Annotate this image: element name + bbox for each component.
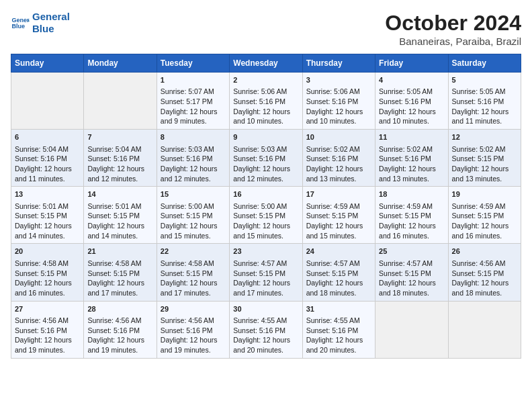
day-info: Sunrise: 4:58 AM (15, 259, 80, 269)
day-info: Sunset: 5:15 PM (306, 269, 371, 279)
header-day-thursday: Thursday (302, 54, 375, 73)
day-number: 6 (15, 132, 80, 142)
day-info: and 18 minutes. (306, 288, 371, 298)
day-number: 19 (452, 189, 517, 199)
day-info: Sunset: 5:15 PM (452, 154, 517, 164)
day-info: Daylight: 12 hours (379, 278, 444, 288)
day-number: 17 (306, 189, 371, 199)
day-info: Sunset: 5:16 PM (306, 97, 371, 107)
day-info: Sunset: 5:16 PM (87, 154, 152, 164)
day-info: Daylight: 12 hours (452, 164, 517, 174)
calendar-cell: 8Sunrise: 5:03 AMSunset: 5:16 PMDaylight… (157, 130, 229, 187)
day-info: and 10 minutes. (233, 116, 298, 126)
day-info: Daylight: 12 hours (233, 278, 298, 288)
day-info: Daylight: 12 hours (452, 278, 517, 288)
day-info: Sunset: 5:16 PM (233, 97, 298, 107)
day-info: Sunset: 5:16 PM (452, 97, 517, 107)
day-info: Sunrise: 5:02 AM (452, 144, 517, 154)
day-info: Sunrise: 4:56 AM (161, 316, 226, 326)
day-number: 23 (233, 246, 298, 257)
calendar-cell: 1Sunrise: 5:07 AMSunset: 5:17 PMDaylight… (157, 73, 229, 130)
header-day-tuesday: Tuesday (157, 54, 229, 73)
day-info: Sunrise: 4:56 AM (87, 316, 152, 326)
calendar-cell: 7Sunrise: 5:04 AMSunset: 5:16 PMDaylight… (84, 130, 157, 187)
logo: General Blue General Blue (11, 11, 70, 35)
calendar-cell: 18Sunrise: 4:59 AMSunset: 5:15 PMDayligh… (375, 187, 448, 244)
day-info: Sunrise: 4:55 AM (306, 316, 371, 326)
day-info: Sunrise: 5:07 AM (161, 87, 226, 97)
day-info: and 17 minutes. (233, 288, 298, 298)
day-info: Sunset: 5:15 PM (379, 211, 444, 221)
day-info: Sunrise: 5:05 AM (379, 87, 444, 97)
day-info: Sunset: 5:15 PM (233, 211, 298, 221)
day-info: Sunrise: 4:57 AM (379, 259, 444, 269)
calendar-cell (375, 301, 448, 358)
day-info: Sunrise: 5:06 AM (306, 87, 371, 97)
calendar-cell (84, 73, 157, 130)
day-info: Sunset: 5:16 PM (161, 326, 226, 336)
day-info: and 12 minutes. (161, 174, 226, 184)
calendar-cell (11, 73, 84, 130)
svg-text:General: General (11, 17, 30, 24)
day-info: Sunrise: 5:03 AM (161, 144, 226, 154)
day-number: 11 (379, 132, 444, 142)
day-info: Sunrise: 4:58 AM (87, 259, 152, 269)
calendar-cell: 15Sunrise: 5:00 AMSunset: 5:15 PMDayligh… (157, 187, 229, 244)
calendar-header: SundayMondayTuesdayWednesdayThursdayFrid… (11, 54, 521, 73)
day-info: and 18 minutes. (379, 288, 444, 298)
day-info: Daylight: 12 hours (15, 164, 80, 174)
day-info: Daylight: 12 hours (87, 278, 152, 288)
day-info: and 20 minutes. (306, 345, 371, 355)
calendar-cell: 17Sunrise: 4:59 AMSunset: 5:15 PMDayligh… (302, 187, 375, 244)
day-info: and 12 minutes. (87, 174, 152, 184)
day-info: Sunrise: 5:04 AM (87, 144, 152, 154)
day-info: Daylight: 12 hours (379, 164, 444, 174)
day-info: Sunrise: 5:01 AM (15, 201, 80, 212)
day-number: 16 (233, 189, 298, 199)
calendar-cell: 13Sunrise: 5:01 AMSunset: 5:15 PMDayligh… (11, 187, 84, 244)
day-number: 10 (306, 132, 371, 142)
calendar-cell: 30Sunrise: 4:55 AMSunset: 5:16 PMDayligh… (230, 301, 302, 358)
day-info: and 14 minutes. (15, 231, 80, 241)
day-number: 26 (452, 246, 517, 257)
day-info: Sunset: 5:16 PM (379, 97, 444, 107)
day-info: and 16 minutes. (15, 288, 80, 298)
day-info: Sunset: 5:16 PM (161, 154, 226, 164)
day-number: 28 (87, 304, 152, 314)
title-area: October 2024 Bananeiras, Paraiba, Brazil (385, 11, 521, 47)
day-info: Sunset: 5:15 PM (452, 211, 517, 221)
day-number: 7 (87, 132, 152, 142)
calendar-cell: 16Sunrise: 5:00 AMSunset: 5:15 PMDayligh… (230, 187, 302, 244)
day-info: Daylight: 12 hours (306, 221, 371, 231)
day-info: and 19 minutes. (15, 345, 80, 355)
logo-text-blue: Blue (32, 23, 70, 35)
calendar-cell: 4Sunrise: 5:05 AMSunset: 5:16 PMDaylight… (375, 73, 448, 130)
day-number: 1 (161, 75, 226, 85)
day-number: 5 (452, 75, 517, 85)
day-info: Daylight: 12 hours (306, 107, 371, 117)
day-info: Sunrise: 4:57 AM (306, 259, 371, 269)
day-info: Sunset: 5:15 PM (161, 211, 226, 221)
day-info: Sunset: 5:15 PM (306, 211, 371, 221)
day-info: and 13 minutes. (306, 174, 371, 184)
day-info: and 14 minutes. (87, 231, 152, 241)
day-info: Daylight: 12 hours (15, 335, 80, 345)
svg-text:Blue: Blue (11, 23, 25, 30)
day-info: Daylight: 12 hours (379, 221, 444, 231)
day-info: Sunset: 5:15 PM (452, 269, 517, 279)
month-title: October 2024 (385, 11, 521, 36)
calendar-cell: 25Sunrise: 4:57 AMSunset: 5:15 PMDayligh… (375, 244, 448, 301)
day-info: Sunset: 5:15 PM (379, 269, 444, 279)
day-info: and 13 minutes. (452, 174, 517, 184)
day-info: Daylight: 12 hours (452, 221, 517, 231)
calendar-cell: 29Sunrise: 4:56 AMSunset: 5:16 PMDayligh… (157, 301, 229, 358)
day-info: Sunrise: 5:03 AM (233, 144, 298, 154)
day-info: Daylight: 12 hours (87, 221, 152, 231)
day-number: 21 (87, 246, 152, 257)
day-number: 2 (233, 75, 298, 85)
day-info: and 9 minutes. (161, 116, 226, 126)
calendar-cell: 11Sunrise: 5:02 AMSunset: 5:16 PMDayligh… (375, 130, 448, 187)
day-info: and 17 minutes. (87, 288, 152, 298)
day-info: Sunset: 5:15 PM (87, 269, 152, 279)
calendar-cell: 26Sunrise: 4:56 AMSunset: 5:15 PMDayligh… (448, 244, 521, 301)
